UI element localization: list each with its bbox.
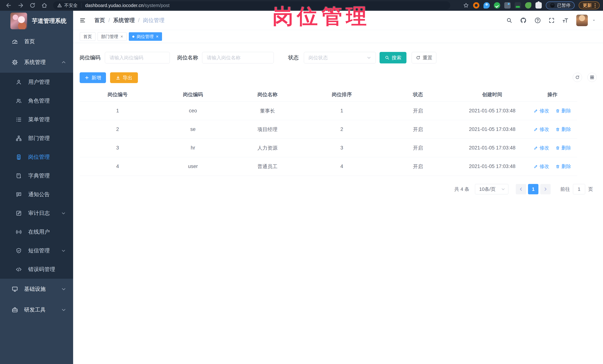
hamburger-menu-icon[interactable] [80,17,86,23]
sidebar-subitem-sms[interactable]: 短信管理 [0,241,73,260]
tab-label: 首页 [83,34,92,40]
profile-paused-chip[interactable]: 😀 已暂停 [546,1,575,9]
extension-icon-ubuntu[interactable] [473,2,479,9]
extension-icon-pin[interactable] [484,2,490,9]
browser-forward-icon[interactable] [17,2,24,9]
address-bar[interactable]: 不安全 dashboard.yudao.iocoder.cn/system/po… [53,1,450,10]
sidebar-subitem-audit-log[interactable]: 审计日志 [0,204,73,222]
col-header-post-code: 岗位编码 [156,88,230,102]
post-code-label: 岗位编码 [80,54,100,61]
cell-post-id: 3 [80,139,156,157]
page-number-button[interactable]: 1 [528,184,538,194]
omnibox-divider [81,3,81,8]
extension-icon-drop[interactable] [504,2,510,9]
status-select[interactable]: 岗位状态 [304,52,376,63]
total-count-label: 共 4 条 [454,186,469,192]
breadcrumb-current: 岗位管理 [143,17,164,24]
sidebar-item-label: 基础设施 [24,285,46,293]
export-button[interactable]: 导出 [110,72,138,83]
table-row: 2 se 项目经理 2 开启 2021-01-05 17:03:48 修改 删除 [80,120,577,139]
cell-created: 2021-01-05 17:03:48 [457,120,527,139]
browser-update-chip[interactable]: 更新 [579,1,600,9]
delete-link[interactable]: 删除 [556,163,571,170]
extension-icon-git[interactable] [515,2,521,9]
add-button[interactable]: 新增 [80,72,106,83]
search-button[interactable]: 搜索 [380,52,406,63]
sidebar-subitem-notices[interactable]: 通知公告 [0,185,73,204]
extension-icon-leaf[interactable] [525,2,531,9]
help-question-icon[interactable] [534,17,541,24]
cell-created: 2021-01-05 17:03:48 [457,157,527,176]
next-page-button[interactable] [540,184,551,194]
goto-page-input[interactable]: 1 [573,184,585,194]
not-secure-warning-icon[interactable] [57,3,62,8]
kebab-menu-icon[interactable] [595,3,596,8]
table-row: 3 hr 人力资源 3 开启 2021-01-05 17:03:48 修改 删除 [80,139,577,157]
delete-link[interactable]: 删除 [556,126,571,132]
chevron-left-icon [519,187,523,191]
refresh-table-button[interactable] [573,73,582,82]
tab-posts[interactable]: 岗位管理 × [129,32,162,41]
sidebar-subitem-roles[interactable]: 角色管理 [0,91,73,110]
post-name-label: 岗位名称 [177,54,198,61]
sidebar-subitem-posts[interactable]: 岗位管理 [0,148,73,166]
page-suffix-label: 页 [588,186,593,192]
sidebar-item-dev-tools[interactable]: 研发工具 [0,299,73,320]
sidebar-subitem-online-users[interactable]: 在线用户 [0,222,73,241]
sidebar-subitem-menus[interactable]: 菜单管理 [0,110,73,129]
security-label[interactable]: 不安全 [64,2,78,8]
chevron-right-icon [543,187,548,191]
cell-post-sort: 3 [305,139,379,157]
post-code-input[interactable]: 请输入岗位编码 [105,52,170,63]
prev-page-button[interactable] [516,184,526,194]
close-icon[interactable]: × [156,34,159,39]
breadcrumb-home[interactable]: 首页 [94,17,105,24]
post-name-input[interactable]: 请输入岗位名称 [202,52,274,63]
cell-post-name: 董事长 [230,102,305,120]
font-size-icon[interactable] [562,17,569,24]
sidebar-subitem-dictionary[interactable]: 字典管理 [0,166,73,185]
breadcrumb-system[interactable]: 系统管理 [113,17,135,24]
sidebar-subitem-departments[interactable]: 部门管理 [0,129,73,148]
sidebar-item-label: 字典管理 [28,172,50,179]
fullscreen-icon[interactable] [548,17,555,23]
col-header-status: 状态 [379,88,457,102]
sidebar-item-infrastructure[interactable]: 基础设施 [0,279,73,299]
browser-back-icon[interactable] [6,2,12,9]
sidebar-subitem-users[interactable]: 用户管理 [0,73,73,91]
cell-created: 2021-01-05 17:03:48 [457,102,527,120]
sidebar-item-system[interactable]: 系统管理 [0,52,73,73]
extension-icon-check[interactable] [494,2,500,9]
sidebar-logo-row[interactable]: 芋道管理系统 [0,11,73,31]
browser-home-icon[interactable] [41,2,47,9]
cell-status: 开启 [379,139,457,157]
edit-link[interactable]: 修改 [533,126,549,132]
user-avatar[interactable] [576,15,588,26]
close-icon[interactable]: × [120,34,123,39]
table-row: 1 ceo 董事长 1 开启 2021-01-05 17:03:48 修改 删除 [80,102,577,120]
edit-link[interactable]: 修改 [533,145,549,151]
avatar-caret-down-icon[interactable] [592,18,596,22]
browser-reload-icon[interactable] [29,2,36,9]
delete-link[interactable]: 删除 [556,145,571,151]
user-icon [16,79,22,85]
delete-link[interactable]: 删除 [556,108,571,114]
search-icon[interactable] [506,17,512,23]
bookmark-star-icon[interactable] [463,2,469,8]
pencil-icon [533,127,538,132]
annotation-title: 岗位管理 [272,5,371,28]
sidebar-subitem-error-codes[interactable]: 错误码管理 [0,260,73,279]
tab-departments[interactable]: 部门管理 × [98,32,127,41]
edit-link[interactable]: 修改 [533,108,549,114]
reset-button[interactable]: 重置 [412,52,436,63]
github-icon[interactable] [520,17,527,24]
column-settings-button[interactable] [587,73,597,82]
tab-home[interactable]: 首页 [80,32,95,41]
page-size-select[interactable]: 10条/页 [475,184,508,194]
cell-post-name: 普通员工 [230,157,305,176]
sidebar-item-home[interactable]: 首页 [0,31,73,52]
chevron-up-icon [61,60,66,65]
pencil-icon [533,109,538,113]
extensions-puzzle-icon[interactable] [535,2,542,9]
edit-link[interactable]: 修改 [533,163,549,170]
